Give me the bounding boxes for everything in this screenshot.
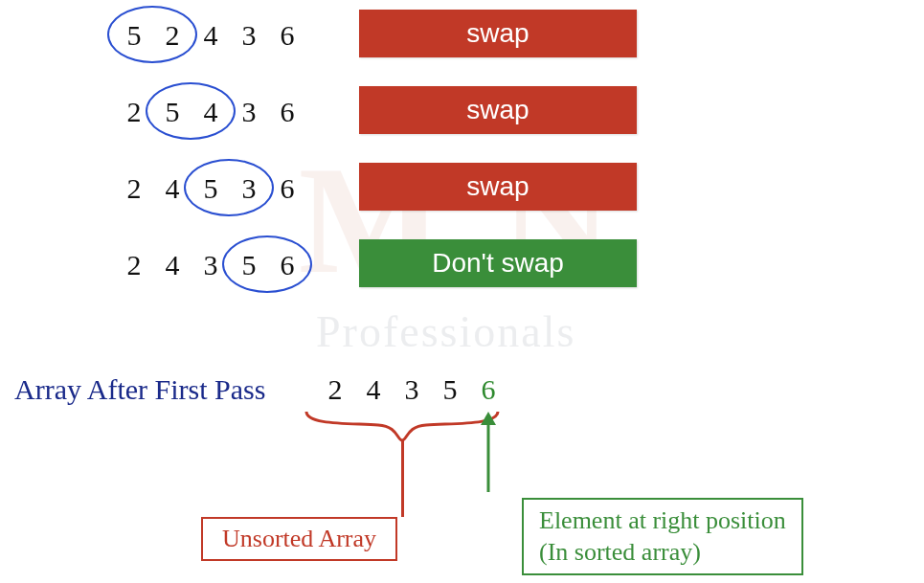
action-label: swap <box>466 171 529 202</box>
first-pass-label: Array After First Pass <box>14 373 265 406</box>
array-cell: 5 <box>192 172 230 205</box>
array-cell: 3 <box>230 172 268 205</box>
array-cell: 6 <box>268 96 306 128</box>
array-row-2: 2 5 4 3 6 <box>115 96 306 128</box>
action-box-1: swap <box>359 10 637 57</box>
unsorted-array-label-box: Unsorted Array <box>201 517 397 561</box>
array-cell: 2 <box>153 19 192 52</box>
result-cell: 4 <box>354 373 393 406</box>
array-cell: 5 <box>230 249 268 281</box>
arrow-up-icon <box>477 412 500 494</box>
array-cell: 3 <box>192 249 230 281</box>
result-array-row: 2 4 3 5 6 <box>316 373 507 406</box>
array-cell: 2 <box>115 96 153 128</box>
array-cell: 4 <box>192 19 230 52</box>
unsorted-brace-icon <box>302 410 503 442</box>
array-cell: 5 <box>115 19 153 52</box>
array-row-4: 2 4 3 5 6 <box>115 249 306 281</box>
action-box-2: swap <box>359 86 637 134</box>
array-cell: 6 <box>268 172 306 205</box>
sorted-position-label-box: Element at right position (In sorted arr… <box>522 498 803 575</box>
watermark-sub-text: Professionals <box>316 306 575 357</box>
result-cell: 5 <box>431 373 469 406</box>
array-cell: 2 <box>115 172 153 205</box>
array-cell: 4 <box>153 249 192 281</box>
array-cell: 3 <box>230 96 268 128</box>
array-cell: 2 <box>115 249 153 281</box>
result-cell: 2 <box>316 373 354 406</box>
unsorted-connector-line <box>401 440 404 517</box>
result-cell-sorted: 6 <box>469 373 507 406</box>
array-cell: 6 <box>268 19 306 52</box>
svg-marker-1 <box>481 412 496 425</box>
action-label: swap <box>466 95 529 125</box>
action-box-3: swap <box>359 163 637 211</box>
array-row-3: 2 4 5 3 6 <box>115 172 306 205</box>
sorted-label-line1: Element at right position <box>539 505 786 537</box>
array-cell: 4 <box>153 172 192 205</box>
action-label: Don't swap <box>432 248 564 279</box>
sorted-label-line2: (In sorted array) <box>539 537 786 569</box>
unsorted-array-label: Unsorted Array <box>222 525 376 552</box>
action-box-4: Don't swap <box>359 239 637 287</box>
array-cell: 6 <box>268 249 306 281</box>
action-label: swap <box>466 18 529 49</box>
result-cell: 3 <box>393 373 431 406</box>
array-cell: 3 <box>230 19 268 52</box>
diagram-stage: M N Professionals 5 2 4 3 6 swap 2 5 4 3… <box>0 0 924 583</box>
array-cell: 5 <box>153 96 192 128</box>
array-cell: 4 <box>192 96 230 128</box>
array-row-1: 5 2 4 3 6 <box>115 19 306 52</box>
